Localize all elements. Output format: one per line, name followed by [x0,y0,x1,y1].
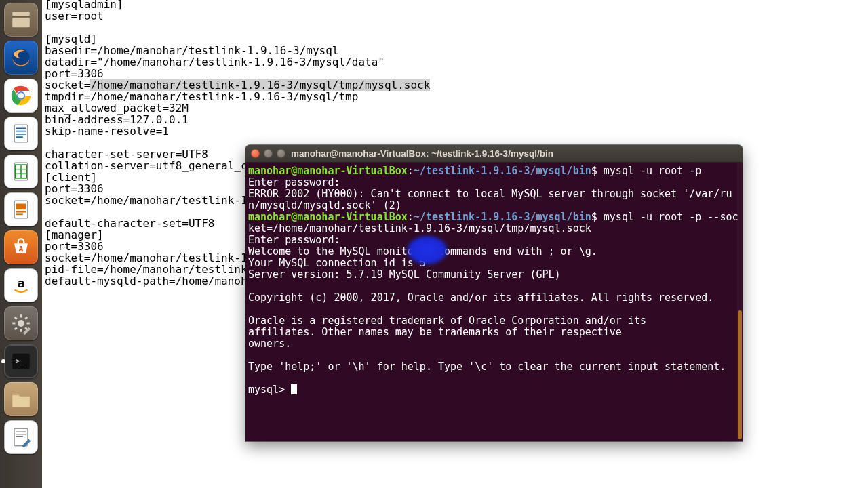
terminal-scrollbar[interactable] [737,163,743,441]
terminal-out-2: Enter password: Welcome to the MySQL mon… [248,234,726,373]
svg-text:a: a [17,276,24,290]
svg-rect-10 [16,134,26,135]
svg-rect-20 [16,214,23,215]
launcher-calc-icon[interactable] [4,155,38,188]
svg-line-30 [15,327,17,329]
terminal-titlebar[interactable]: manohar@manohar-VirtualBox: ~/testlink-1… [245,145,743,163]
mysql-prompt: mysql> [248,384,291,396]
svg-rect-1 [12,18,30,27]
launcher-files-icon[interactable] [4,3,38,37]
svg-rect-18 [16,204,26,210]
window-close-icon[interactable] [251,149,260,158]
svg-line-28 [15,317,17,319]
unity-launcher: A a >_ [0,0,42,488]
launcher-settings-icon[interactable] [4,306,38,340]
svg-rect-8 [16,128,26,129]
launcher-software-icon[interactable]: A [4,230,38,264]
launcher-chrome-icon[interactable] [4,79,38,113]
launcher-firefox-icon[interactable] [4,41,38,75]
terminal-body[interactable]: manohar@manohar-VirtualBox:~/testlink-1.… [245,163,743,399]
svg-point-23 [18,320,24,327]
svg-point-6 [18,93,24,99]
svg-text:>_: >_ [16,356,25,365]
svg-rect-36 [16,434,26,434]
launcher-text-editor-icon[interactable] [4,420,38,454]
svg-rect-11 [16,136,23,138]
window-minimize-icon[interactable] [264,149,273,158]
launcher-writer-icon[interactable] [4,117,38,150]
launcher-impress-icon[interactable] [4,192,38,226]
launcher-terminal-icon[interactable]: >_ [4,344,38,378]
svg-rect-37 [16,436,23,437]
terminal-scrollbar-thumb[interactable] [738,310,742,439]
svg-text:A: A [19,244,24,253]
svg-line-31 [25,317,27,319]
terminal-out-1: Enter password: ERROR 2002 (HY000): Can'… [248,176,732,211]
launcher-amazon-icon[interactable]: a [4,268,38,302]
launcher-folder-icon[interactable] [4,382,38,416]
svg-rect-19 [16,211,26,213]
terminal-window[interactable]: manohar@manohar-VirtualBox: ~/testlink-1… [245,145,743,441]
terminal-cursor-icon [291,384,297,394]
svg-rect-9 [16,131,26,132]
svg-rect-35 [16,432,26,432]
svg-rect-2 [12,16,30,17]
window-maximize-icon[interactable] [277,149,285,158]
terminal-title: manohar@manohar-VirtualBox: ~/testlink-1… [291,148,553,159]
svg-rect-0 [12,12,30,16]
terminal-cmd-1: mysql -u root -p [604,165,702,177]
